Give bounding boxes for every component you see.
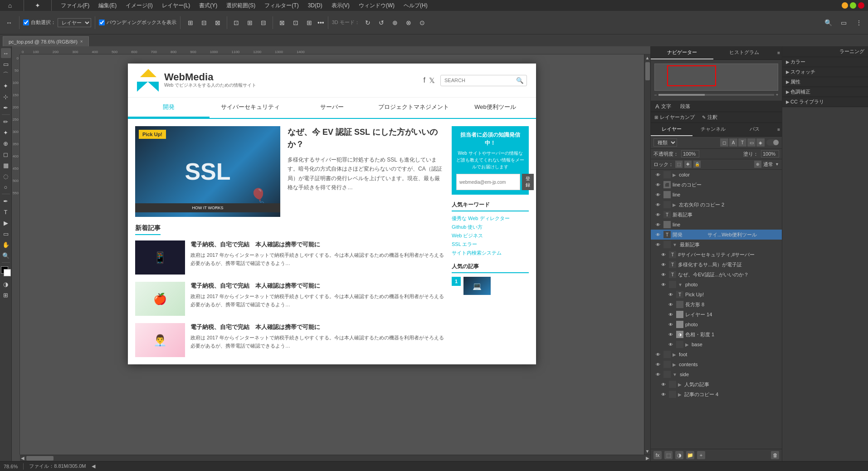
distribute-icon1[interactable]: ⊡ xyxy=(230,16,243,29)
3d-icon2[interactable]: ↺ xyxy=(375,16,388,29)
menu-item-image[interactable]: イメージ(I) xyxy=(124,1,154,10)
3d-icon5[interactable]: ⊙ xyxy=(416,16,429,29)
twitter-icon[interactable]: 𝕏 xyxy=(429,76,435,85)
expand-icon-11[interactable]: ▼ xyxy=(678,282,683,287)
layer-filter-select[interactable]: 種類 xyxy=(653,138,677,147)
new-layer-btn[interactable]: + xyxy=(697,451,705,459)
search-button[interactable]: 🔍 xyxy=(513,75,527,86)
nav-item-dev[interactable]: 開発 xyxy=(128,98,210,118)
visibility-icon-3[interactable]: 👁 xyxy=(654,201,662,208)
layer-side-group[interactable]: 👁 ▼ side xyxy=(651,369,782,379)
tag-item-4[interactable]: サイト内検索システム xyxy=(452,250,529,256)
layer-blend-btn[interactable]: ⊕ xyxy=(754,161,761,168)
align-right-icon[interactable]: ⊠ xyxy=(211,16,224,29)
add-effect-btn[interactable]: fx xyxy=(653,451,662,459)
visibility-icon-5[interactable]: 👁 xyxy=(654,221,662,228)
opacity-input[interactable] xyxy=(681,150,699,157)
nav-item-tools[interactable]: Web便利ツール xyxy=(454,98,536,118)
layer-why-text[interactable]: 👁 T なぜ、今EV認証...がいいのか？ xyxy=(651,270,782,280)
blend-mode-dropdown[interactable]: ▼ xyxy=(775,162,779,167)
menu-item-format[interactable]: 書式(Y) xyxy=(197,1,219,10)
notes-tab[interactable]: ✎ 注釈 xyxy=(698,112,721,123)
expand-icon-20[interactable]: ▼ xyxy=(673,372,677,377)
3d-icon4[interactable]: ⊗ xyxy=(402,16,415,29)
layer-pickup-text[interactable]: 👁 T Pick Up! xyxy=(651,289,782,299)
layer-14[interactable]: 👁 レイヤー 14 xyxy=(651,309,782,319)
layer-contents[interactable]: 👁 ▶ contents xyxy=(651,359,782,369)
tab-close-icon[interactable]: × xyxy=(80,39,83,44)
visibility-icon-0[interactable]: 👁 xyxy=(654,171,662,178)
delete-layer-btn[interactable]: 🗑 xyxy=(771,451,779,459)
color-collapse-icon[interactable]: ▶ xyxy=(786,59,790,64)
paragraph-icon[interactable]: 段落 xyxy=(676,101,695,112)
layer-arrows-copy[interactable]: 👁 ▶ 左右矢印 のコピー 2 xyxy=(651,200,782,210)
menu-item-layer[interactable]: レイヤー(L) xyxy=(160,1,192,10)
hand-tool[interactable]: ✋ xyxy=(1,240,11,250)
tag-item-2[interactable]: Web ビジネス xyxy=(452,232,529,239)
lock-all-btn[interactable]: 🔒 xyxy=(693,161,701,168)
menu-item-view[interactable]: 表示(V) xyxy=(330,1,351,10)
visibility-icon-15[interactable]: 👁 xyxy=(667,321,674,328)
visibility-icon-2[interactable]: 👁 xyxy=(654,191,662,198)
visibility-icon-14[interactable]: 👁 xyxy=(667,311,674,318)
visibility-icon-13[interactable]: 👁 xyxy=(667,301,674,308)
layer-line[interactable]: 👁 line xyxy=(651,190,782,200)
expand-icon-19[interactable]: ▶ xyxy=(673,362,676,367)
close-button[interactable] xyxy=(858,2,864,9)
heal-tool[interactable]: ⊕ xyxy=(1,138,11,148)
layer-rect8[interactable]: 👁 長方形 8 xyxy=(651,299,782,309)
expand-icon-18[interactable]: ▶ xyxy=(673,352,676,357)
color-correction-collapse-icon[interactable]: ▶ xyxy=(786,89,790,94)
move-tool[interactable]: ↔ xyxy=(1,48,11,58)
eyedropper-tool[interactable]: ✒ xyxy=(1,103,11,113)
gradient-tool[interactable]: ▦ xyxy=(1,160,11,170)
shape-layer-icon[interactable]: ▭ xyxy=(747,138,756,147)
search-input[interactable] xyxy=(441,76,513,85)
cc-libraries-collapse-icon[interactable]: ▶ xyxy=(786,99,790,104)
hscrollbar-thumb[interactable] xyxy=(26,456,54,461)
expand-icon-0[interactable]: ▶ xyxy=(673,172,676,177)
tab-histogram[interactable]: ヒストグラム xyxy=(713,46,776,59)
home-icon[interactable]: ⌂ xyxy=(4,0,16,12)
screen-mode-icon[interactable]: ⊞ xyxy=(1,290,11,300)
menu-item-select[interactable]: 選択範囲(S) xyxy=(224,1,257,10)
quick-mask-icon[interactable]: ◑ xyxy=(1,279,11,289)
panel-icon1[interactable]: ▭ xyxy=(837,16,850,29)
visibility-icon-4[interactable]: 👁 xyxy=(654,211,662,218)
scrollbar-thumb[interactable] xyxy=(645,62,650,80)
type-tool[interactable]: T xyxy=(1,207,11,217)
attributes-collapse-icon[interactable]: ▶ xyxy=(786,79,790,84)
align-center-icon[interactable]: ⊟ xyxy=(198,16,210,29)
nav-item-security[interactable]: サイバーセキュリティ xyxy=(210,98,291,118)
search-toolbar-icon[interactable]: 🔍 xyxy=(822,16,834,29)
layer-photo-group[interactable]: 👁 ▼ photo xyxy=(651,280,782,289)
menu-item-file[interactable]: ファイル(F) xyxy=(59,1,91,10)
newsletter-submit-button[interactable]: 登録 xyxy=(522,174,534,190)
layer-foot[interactable]: 👁 ▶ foot xyxy=(651,349,782,359)
pixel-layer-icon[interactable]: ◻ xyxy=(720,138,728,147)
distribute-icon3[interactable]: ⊟ xyxy=(257,16,270,29)
tab-navigator[interactable]: ナビゲーター xyxy=(651,46,713,59)
menu-item-edit[interactable]: 編集(E) xyxy=(97,1,118,10)
distribute-icon5[interactable]: ⊡ xyxy=(289,16,302,29)
auto-select-checkbox[interactable] xyxy=(23,20,29,25)
layer-popular[interactable]: 👁 ▶ 人気の記事 xyxy=(651,379,782,389)
visibility-icon-1[interactable]: 👁 xyxy=(654,181,662,188)
brush-tool[interactable]: ✏ xyxy=(1,117,11,127)
tag-item-3[interactable]: SSL エラー xyxy=(452,241,529,248)
expand-icon-21[interactable]: ▶ xyxy=(678,382,682,387)
zoom-tool[interactable]: 🔍 xyxy=(1,250,11,260)
expand-icon-17[interactable]: ▶ xyxy=(685,342,689,347)
layercomp-tab[interactable]: ⊞ レイヤーカンプ xyxy=(651,112,698,123)
nav-item-pm[interactable]: プロジェクトマネジメント xyxy=(373,98,454,118)
visibility-icon-22[interactable]: 👁 xyxy=(660,391,667,398)
eraser-tool[interactable]: ◻ xyxy=(1,149,11,159)
vertical-scrollbar[interactable]: ▲ ▼ xyxy=(644,54,650,455)
layer-latest-group[interactable]: 👁 ▼ 最新記事 xyxy=(651,240,782,250)
expand-icon-3[interactable]: ▶ xyxy=(673,202,676,207)
visibility-icon-17[interactable]: 👁 xyxy=(667,341,674,348)
fill-input[interactable] xyxy=(761,150,779,157)
adjustment-layer-icon[interactable]: A xyxy=(729,138,737,147)
expand-icon-22[interactable]: ▶ xyxy=(678,392,682,397)
3d-icon3[interactable]: ⊕ xyxy=(389,16,401,29)
